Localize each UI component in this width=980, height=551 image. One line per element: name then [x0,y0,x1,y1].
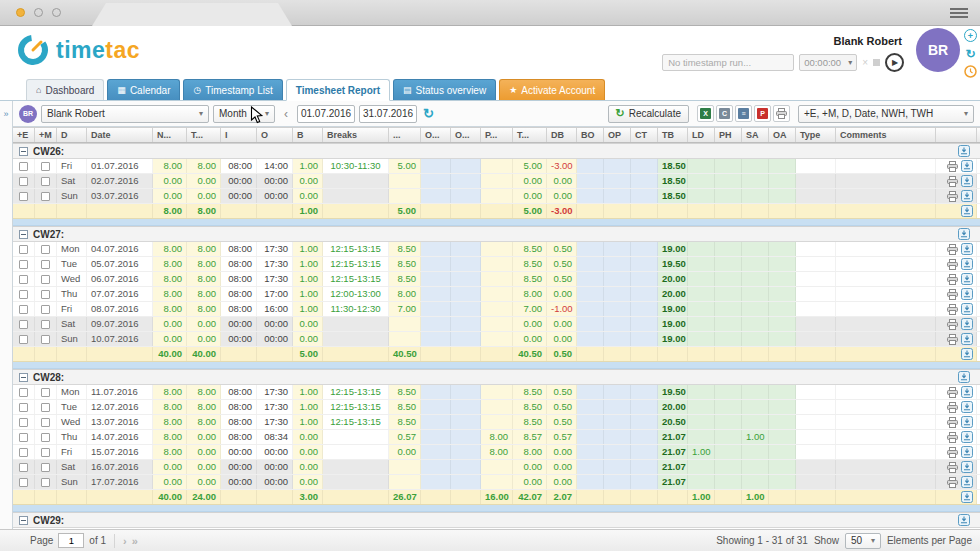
page-size-select[interactable]: 50▾ [845,533,881,549]
export-row-icon[interactable] [961,318,973,330]
tab-dashboard[interactable]: ⌂Dashboard [26,79,104,100]
print-row-icon[interactable] [947,259,958,270]
row-checkbox[interactable] [41,418,50,427]
xml-export-icon[interactable]: ≡ [735,105,752,122]
row-checkbox[interactable] [19,433,28,442]
timer-duration-select[interactable]: 00:00:00▾ [799,54,857,71]
export-row-icon[interactable] [958,371,970,383]
row-checkbox[interactable] [19,275,28,284]
print-row-icon[interactable] [947,161,958,172]
prev-period-icon[interactable]: ‹ [279,107,293,121]
print-row-icon[interactable] [947,402,958,413]
collapse-icon[interactable] [19,147,28,156]
tab-calendar[interactable]: ▦Calendar [107,79,180,100]
export-row-icon[interactable] [961,190,973,202]
export-row-icon[interactable] [958,514,970,526]
row-checkbox[interactable] [19,192,28,201]
column-header-Comments[interactable]: Comments [836,128,936,142]
print-row-icon[interactable] [947,289,958,300]
column-header-D[interactable]: D [57,128,87,142]
column-header-LD[interactable]: LD [688,128,715,142]
export-row-icon[interactable] [958,228,970,240]
export-row-icon[interactable] [961,476,973,488]
export-row-icon[interactable] [961,258,973,270]
row-checkbox[interactable] [41,335,50,344]
browser-menu-icon[interactable] [950,6,968,20]
column-header-OA[interactable]: OA [769,128,796,142]
row-checkbox[interactable] [19,320,28,329]
row-checkbox[interactable] [19,260,28,269]
column-header-...[interactable]: ... [389,128,421,142]
column-header-O...[interactable]: O... [451,128,481,142]
row-checkbox[interactable] [19,177,28,186]
row-checkbox[interactable] [19,463,28,472]
print-row-icon[interactable] [947,176,958,187]
row-checkbox[interactable] [41,448,50,457]
column-header-+E[interactable]: +E [13,128,35,142]
export-row-icon[interactable] [961,303,973,315]
export-row-icon[interactable] [961,333,973,345]
column-header-DB[interactable]: DB [547,128,577,142]
start-timer-button[interactable]: ▶ [885,53,904,72]
print-icon[interactable] [773,105,790,122]
column-header-I[interactable]: I [221,128,257,142]
column-header-TB[interactable]: TB [658,128,688,142]
export-row-icon[interactable] [961,205,973,217]
refresh-icon[interactable]: ↻ [964,47,977,60]
window-button-icon[interactable] [52,8,61,17]
row-checkbox[interactable] [19,162,28,171]
timestamp-task-input[interactable] [662,54,794,71]
print-row-icon[interactable] [947,462,958,473]
print-row-icon[interactable] [947,387,958,398]
recalculate-button[interactable]: ↻Recalculate [608,105,689,123]
row-checkbox[interactable] [41,275,50,284]
collapse-icon[interactable] [19,230,28,239]
row-checkbox[interactable] [19,388,28,397]
print-row-icon[interactable] [947,432,958,443]
add-icon[interactable]: + [964,29,977,42]
column-header-OP[interactable]: OP [604,128,631,142]
window-button-icon[interactable] [16,8,25,17]
export-row-icon[interactable] [961,160,973,172]
export-row-icon[interactable] [961,431,973,443]
user-avatar[interactable]: BR [916,28,960,72]
column-header-+M[interactable]: +M [35,128,57,142]
row-checkbox[interactable] [41,478,50,487]
print-row-icon[interactable] [947,477,958,488]
column-header-T...[interactable]: T... [187,128,221,142]
column-header-SA[interactable]: SA [742,128,769,142]
tab-timesheet-report[interactable]: Timesheet Report [286,79,390,101]
group-header-row[interactable]: CW26: [13,143,980,159]
row-checkbox[interactable] [41,162,50,171]
collapse-icon[interactable] [19,516,28,525]
print-row-icon[interactable] [947,417,958,428]
column-header-PH[interactable]: PH [715,128,742,142]
next-page-icon[interactable]: › [123,535,127,547]
user-select[interactable]: Blank Robert▾ [41,105,209,123]
print-row-icon[interactable] [947,274,958,285]
export-row-icon[interactable] [958,145,970,157]
clock-icon[interactable] [964,65,977,78]
reload-icon[interactable]: ↻ [423,106,434,121]
export-row-icon[interactable] [961,348,973,360]
export-row-icon[interactable] [961,401,973,413]
row-checkbox[interactable] [19,403,28,412]
row-checkbox[interactable] [41,403,50,412]
export-row-icon[interactable] [961,288,973,300]
print-row-icon[interactable] [947,319,958,330]
column-header-Date[interactable]: Date [87,128,153,142]
export-row-icon[interactable] [961,175,973,187]
row-checkbox[interactable] [19,448,28,457]
row-checkbox[interactable] [41,320,50,329]
row-checkbox[interactable] [19,335,28,344]
export-row-icon[interactable] [961,243,973,255]
column-header-O...[interactable]: O... [421,128,451,142]
row-checkbox[interactable] [41,192,50,201]
column-header-actions[interactable] [936,128,977,142]
export-row-icon[interactable] [961,491,973,503]
browser-tab[interactable] [92,3,292,26]
column-header-T...[interactable]: T... [513,128,547,142]
column-header-CT[interactable]: CT [631,128,658,142]
row-checkbox[interactable] [19,305,28,314]
group-header-row[interactable]: CW29: [13,512,980,528]
